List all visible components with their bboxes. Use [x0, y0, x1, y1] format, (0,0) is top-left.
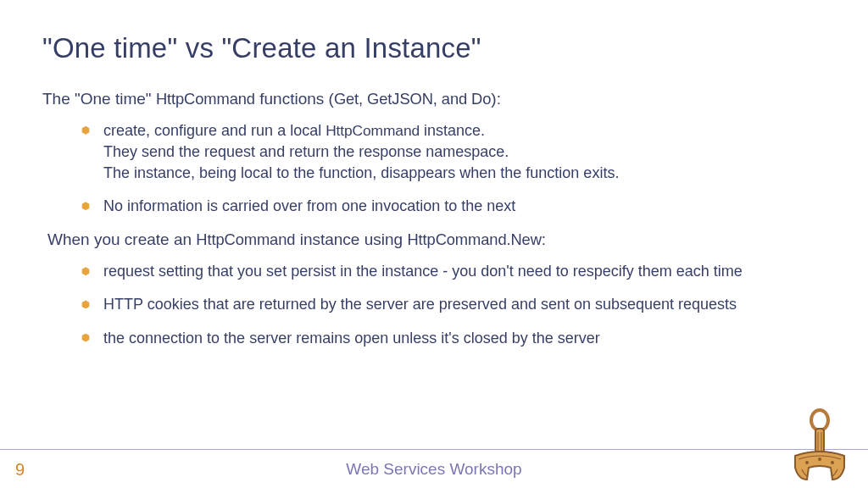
text: ):	[491, 90, 501, 108]
section1-intro: The "One time" HttpCommand functions (Ge…	[42, 88, 826, 110]
section2-bullets: request setting that you set persist in …	[42, 261, 826, 349]
code-text: HttpCommand	[196, 230, 295, 248]
text: :	[542, 230, 546, 248]
text: instance using	[295, 230, 407, 248]
text: When you create an	[47, 230, 196, 248]
svg-point-6	[831, 461, 834, 464]
text: create, configure and run a local	[103, 122, 326, 139]
slide-title: "One time" vs "Create an Instance"	[42, 32, 826, 64]
section1-bullets: create, configure and run a local HttpCo…	[42, 120, 826, 218]
svg-rect-1	[815, 429, 824, 452]
svg-point-0	[811, 410, 828, 430]
code-text: HttpCommand	[326, 122, 420, 139]
text: instance.	[420, 122, 485, 139]
list-item: No information is carried over from one …	[103, 196, 826, 217]
text: HTTP cookies that are returned by the se…	[103, 296, 737, 313]
code-text: HttpCommand.New	[407, 230, 541, 248]
text: No information is carried over from one …	[103, 197, 515, 214]
hammer-icon	[790, 408, 849, 483]
text: The instance, being local to the functio…	[103, 164, 619, 181]
text: The "One time"	[42, 90, 156, 108]
text: the connection to the server remains ope…	[103, 330, 600, 347]
svg-point-5	[818, 458, 821, 461]
list-item: HTTP cookies that are returned by the se…	[103, 294, 826, 315]
list-item: request setting that you set persist in …	[103, 261, 826, 282]
footer: 9 Web Services Workshop	[0, 449, 868, 488]
list-item: the connection to the server remains ope…	[103, 328, 826, 349]
footer-title: Web Services Workshop	[0, 460, 868, 479]
text: functions (	[255, 90, 334, 108]
text: They send the request and return the res…	[103, 143, 509, 160]
svg-point-4	[805, 461, 809, 464]
code-text: HttpCommand	[156, 90, 255, 108]
list-item: create, configure and run a local HttpCo…	[103, 120, 826, 185]
text: request setting that you set persist in …	[103, 263, 743, 280]
code-text: Get, GetJSON, and Do	[334, 90, 491, 108]
page-number: 9	[15, 460, 25, 480]
slide: "One time" vs "Create an Instance" The "…	[0, 0, 868, 488]
section2-intro: When you create an HttpCommand instance …	[47, 229, 826, 251]
